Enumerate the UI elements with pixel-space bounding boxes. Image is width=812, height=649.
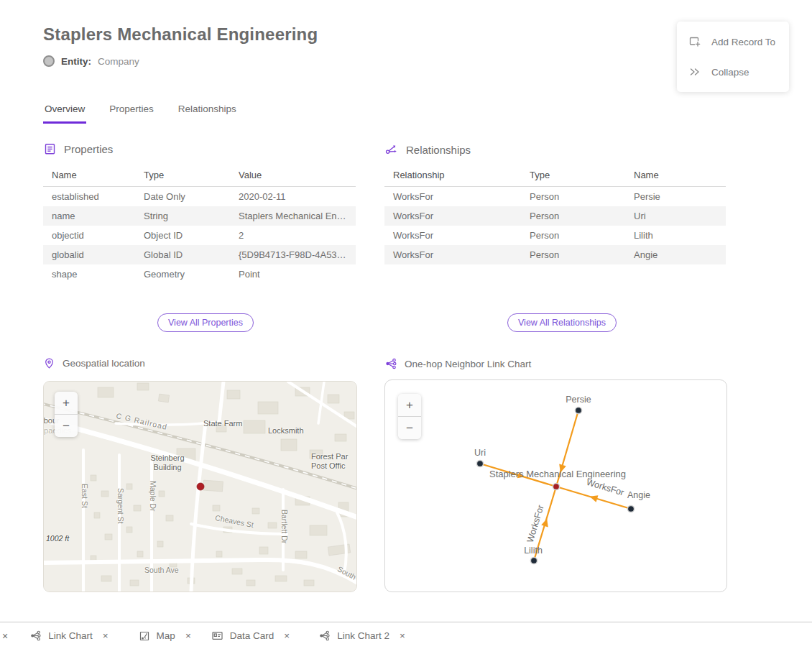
workspace-tab-label: Link Chart 2 <box>337 630 389 641</box>
cell: established <box>43 187 135 207</box>
properties-section-header: Properties <box>43 142 113 156</box>
workspace-tab-link-chart-2[interactable]: Link Chart 2 × <box>318 630 405 642</box>
node-label-uri: Uri <box>474 448 486 458</box>
map-icon <box>139 630 150 642</box>
column-header: Name <box>43 164 135 187</box>
menu-item-label: Add Record To <box>711 37 775 47</box>
map-canvas[interactable]: C G Railroad State Farm Locksmith Steinb… <box>43 381 357 592</box>
table-row: WorksFor Person Angie <box>384 245 726 264</box>
section-title: One-hop Neighbor Link Chart <box>405 359 531 369</box>
cell: Staplers Mechanical Eng... <box>230 206 356 226</box>
close-icon[interactable]: × <box>400 630 405 641</box>
node-label-angie: Angie <box>627 490 650 500</box>
relationships-table: Relationship Type Name WorksFor Person P… <box>384 164 726 264</box>
table-row: globalid Global ID {5D9B4713-F98D-4A53-.… <box>43 245 356 264</box>
table-row: shape Geometry Point <box>43 264 356 284</box>
close-icon[interactable]: × <box>103 630 109 641</box>
map-label-south-ave: South Ave <box>144 566 179 574</box>
tab-bar: Overview Properties Relationships <box>43 103 238 124</box>
entity-link[interactable]: Uri <box>625 206 726 226</box>
cell: name <box>43 206 135 226</box>
link-chart-canvas[interactable]: WorksFor WorksFor Persie Uri Angie Lilit… <box>384 379 727 592</box>
column-header: Type <box>521 164 625 187</box>
map-label-bartlett-dr: Bartlett Dr <box>280 510 289 543</box>
cell: Global ID <box>135 245 230 264</box>
column-header: Value <box>230 164 356 187</box>
table-header-row: Name Type Value <box>43 164 356 187</box>
relationships-icon <box>384 142 399 157</box>
cell: 2020-02-11 <box>230 187 356 207</box>
link-chart-icon <box>384 357 397 370</box>
data-card-icon <box>211 630 223 642</box>
workspace-tab-data-card[interactable]: Data Card × <box>211 630 290 642</box>
relationship-link[interactable]: WorksFor <box>384 245 521 264</box>
map-graphics <box>44 382 356 592</box>
table-row: WorksFor Person Lilith <box>384 226 726 245</box>
tab-properties[interactable]: Properties <box>108 103 155 124</box>
menu-item-label: Collapse <box>711 67 749 78</box>
geospatial-section-header: Geospatial location <box>43 357 145 369</box>
view-all-properties-button[interactable]: View All Properties <box>157 313 254 332</box>
column-header: Type <box>135 164 230 187</box>
relationship-link[interactable]: WorksFor <box>384 206 521 226</box>
link-chart-icon <box>29 630 42 642</box>
cell: Point <box>230 264 356 284</box>
menu-item-collapse[interactable]: Collapse <box>677 57 789 87</box>
workspace-tab-label: Map <box>157 630 175 641</box>
partial-tab-close-icon[interactable]: × <box>2 630 8 642</box>
cell: Object ID <box>135 226 230 245</box>
cell: 2 <box>230 226 356 245</box>
section-title: Relationships <box>406 144 471 156</box>
map-label-locksmith: Locksmith <box>268 426 304 435</box>
entity-link[interactable]: Lilith <box>625 226 726 245</box>
entity-type-value: Company <box>98 56 139 67</box>
node-label-persie: Persie <box>566 395 591 405</box>
map-location-marker[interactable] <box>197 483 204 490</box>
relationship-link[interactable]: WorksFor <box>384 187 521 207</box>
tab-overview[interactable]: Overview <box>43 103 86 124</box>
entity-link[interactable]: Angie <box>625 245 726 264</box>
link-chart-icon <box>318 630 331 642</box>
cell: globalid <box>43 245 135 264</box>
map-pin-icon <box>43 357 55 369</box>
cell: Date Only <box>135 187 230 207</box>
cell: Geometry <box>135 264 230 284</box>
node-persie[interactable] <box>575 407 581 413</box>
column-header: Relationship <box>384 164 521 187</box>
properties-table: Name Type Value established Date Only 20… <box>43 164 356 284</box>
link-chart-zoom-control: + − <box>398 394 421 439</box>
tab-relationships[interactable]: Relationships <box>177 103 238 124</box>
node-angie[interactable] <box>627 505 634 512</box>
map-label-steinberg: Steinberg Building <box>143 454 192 472</box>
workspace-tab-link-chart[interactable]: Link Chart × <box>29 630 108 642</box>
entity-type-dot <box>43 55 55 67</box>
entity-label: Entity: <box>61 56 91 67</box>
cell: Person <box>521 245 625 264</box>
table-row: WorksFor Person Persie <box>384 187 726 207</box>
entity-link[interactable]: Persie <box>625 187 726 207</box>
node-center-company[interactable] <box>553 483 559 489</box>
map-zoom-in-button[interactable]: + <box>55 392 78 414</box>
view-all-relationships-button[interactable]: View All Relationships <box>507 313 617 332</box>
node-lilith[interactable] <box>530 557 537 563</box>
relationship-link[interactable]: WorksFor <box>384 226 521 245</box>
link-chart-zoom-in-button[interactable]: + <box>398 394 421 416</box>
cell: objectid <box>43 226 135 245</box>
cell: Person <box>521 206 625 226</box>
link-chart-zoom-out-button[interactable]: − <box>398 417 421 439</box>
menu-item-add-record-to[interactable]: Add Record To <box>677 27 789 57</box>
map-label-east-st: East St <box>80 484 89 508</box>
cell: shape <box>43 264 135 284</box>
close-icon[interactable]: × <box>284 630 290 641</box>
table-row: established Date Only 2020-02-11 <box>43 187 356 207</box>
workspace-tab-map[interactable]: Map × <box>139 630 191 642</box>
map-zoom-out-button[interactable]: − <box>55 415 78 437</box>
map-label-state-farm: State Farm <box>203 419 242 428</box>
map-label-post-office: Forest Par Post Offic <box>311 452 357 471</box>
node-uri[interactable] <box>476 460 483 466</box>
node-label-center-company: Staplers Mechanical Engineering <box>489 469 626 479</box>
page-title: Staplers Mechanical Engineering <box>43 24 318 45</box>
collapse-icon <box>688 65 701 78</box>
workspace-tab-label: Link Chart <box>48 630 93 641</box>
close-icon[interactable]: × <box>185 630 191 641</box>
